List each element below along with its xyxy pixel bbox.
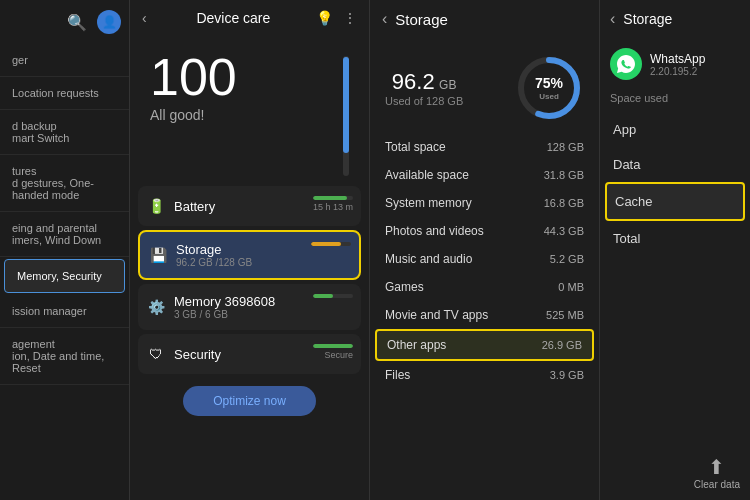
search-icon[interactable]: 🔍 — [67, 13, 87, 32]
storage-row-photos[interactable]: Photos and videos 44.3 GB — [375, 217, 594, 245]
security-item[interactable]: 🛡 Security Secure — [138, 334, 361, 374]
settings-item-ger[interactable]: ger — [0, 44, 129, 77]
storage-item[interactable]: 💾 Storage 96.2 GB /128 GB — [138, 230, 361, 280]
space-item-data[interactable]: Data — [605, 147, 745, 182]
storage-row-system[interactable]: System memory 16.8 GB — [375, 189, 594, 217]
settings-item-wellbeing[interactable]: eing and parentalimers, Wind Down — [0, 212, 129, 257]
storage-back-icon[interactable]: ‹ — [382, 10, 387, 28]
settings-item-management[interactable]: agemention, Date and time, Reset — [0, 328, 129, 385]
battery-bar: 15 h 13 m — [313, 196, 353, 212]
storage-bar — [311, 242, 351, 246]
whatsapp-logo-icon — [610, 48, 642, 80]
whatsapp-app-name: WhatsApp — [650, 52, 705, 66]
score-label: All good! — [150, 107, 343, 123]
back-arrow-icon[interactable]: ‹ — [142, 10, 147, 26]
memory-item[interactable]: ⚙️ Memory 3698608 3 GB / 6 GB — [138, 284, 361, 330]
storage-panel: ‹ Storage 96.2 GB Used of 128 GB 75% Use… — [370, 0, 600, 500]
settings-item-backup[interactable]: d backupmart Switch — [0, 110, 129, 155]
storage-row-games[interactable]: Games 0 MB — [375, 273, 594, 301]
security-status: Secure — [313, 350, 353, 360]
more-options-icon[interactable]: ⋮ — [343, 10, 357, 26]
whatsapp-app-info: WhatsApp 2.20.195.2 — [650, 52, 705, 77]
storage-rows: Total space 128 GB Available space 31.8 … — [370, 133, 599, 389]
storage-row-total[interactable]: Total space 128 GB — [375, 133, 594, 161]
device-care-panel: ‹ Device care 💡 ⋮ 100 All good! 🔋 Batter… — [130, 0, 370, 500]
memory-bar — [313, 294, 353, 298]
settings-item-features[interactable]: turesd gestures, One-handed mode — [0, 155, 129, 212]
battery-icon: 🔋 — [146, 196, 166, 216]
storage-row-music[interactable]: Music and audio 5.2 GB — [375, 245, 594, 273]
security-icon: 🛡 — [146, 344, 166, 364]
device-care-title: Device care — [196, 10, 270, 26]
user-avatar[interactable]: 👤 — [97, 10, 121, 34]
storage-row-files[interactable]: Files 3.9 GB — [375, 361, 594, 389]
storage-percentage: 75% Used — [535, 75, 563, 101]
memory-sub: 3 GB / 6 GB — [174, 309, 353, 320]
storage-icon: 💾 — [148, 245, 168, 265]
storage-gb-unit: GB — [439, 78, 456, 92]
battery-item[interactable]: 🔋 Battery 15 h 13 m — [138, 186, 361, 226]
settings-header: 🔍 👤 — [0, 0, 129, 44]
space-item-total[interactable]: Total — [605, 221, 745, 256]
score-section: 100 All good! — [130, 36, 369, 186]
storage-used-text: 96.2 GB Used of 128 GB — [385, 69, 463, 107]
settings-list: ger Location requests d backupmart Switc… — [0, 44, 129, 385]
space-item-cache[interactable]: Cache — [605, 182, 745, 221]
security-bar: Secure — [313, 344, 353, 360]
memory-icon: ⚙️ — [146, 297, 166, 317]
storage-gb-number: 96.2 — [392, 69, 435, 94]
storage-row-other-apps[interactable]: Other apps 26.9 GB — [375, 329, 594, 361]
optimize-button[interactable]: Optimize now — [183, 386, 316, 416]
score-bar — [343, 56, 349, 176]
clear-data-label: Clear data — [694, 479, 740, 490]
clear-data-icon: ⬆ — [694, 455, 740, 479]
storage-of-label: Used of 128 GB — [385, 95, 463, 107]
storage-header: ‹ Storage — [370, 0, 599, 38]
storage-row-movie[interactable]: Movie and TV apps 525 MB — [375, 301, 594, 329]
space-used-label: Space used — [600, 90, 750, 112]
device-care-header: ‹ Device care 💡 ⋮ — [130, 0, 369, 36]
whatsapp-header: ‹ Storage — [600, 0, 750, 38]
storage-panel-title: Storage — [395, 11, 448, 28]
whatsapp-panel-title: Storage — [623, 11, 672, 27]
settings-item-location[interactable]: Location requests — [0, 77, 129, 110]
battery-time: 15 h 13 m — [313, 202, 353, 212]
whatsapp-app-version: 2.20.195.2 — [650, 66, 705, 77]
bulb-icon[interactable]: 💡 — [316, 10, 333, 26]
space-item-app[interactable]: App — [605, 112, 745, 147]
whatsapp-back-icon[interactable]: ‹ — [610, 10, 615, 28]
score-number: 100 — [150, 51, 343, 103]
storage-gb-value: 96.2 GB — [385, 69, 463, 95]
whatsapp-panel: ‹ Storage WhatsApp 2.20.195.2 Space used… — [600, 0, 750, 500]
care-items: 🔋 Battery 15 h 13 m 💾 Storage 96.2 GB /1… — [130, 186, 369, 374]
storage-row-available[interactable]: Available space 31.8 GB — [375, 161, 594, 189]
storage-summary: 96.2 GB Used of 128 GB 75% Used — [370, 38, 599, 133]
settings-item-memory-security[interactable]: Memory, Security — [4, 259, 125, 293]
whatsapp-app-row: WhatsApp 2.20.195.2 — [600, 38, 750, 90]
settings-panel: 🔍 👤 ger Location requests d backupmart S… — [0, 0, 130, 500]
storage-sub: 96.2 GB /128 GB — [176, 257, 351, 268]
space-items: App Data Cache Total — [600, 112, 750, 256]
clear-data-button[interactable]: ⬆ Clear data — [694, 455, 740, 490]
score-bar-fill — [343, 57, 349, 153]
settings-item-permission[interactable]: ission manager — [0, 295, 129, 328]
storage-circle: 75% Used — [514, 53, 584, 123]
